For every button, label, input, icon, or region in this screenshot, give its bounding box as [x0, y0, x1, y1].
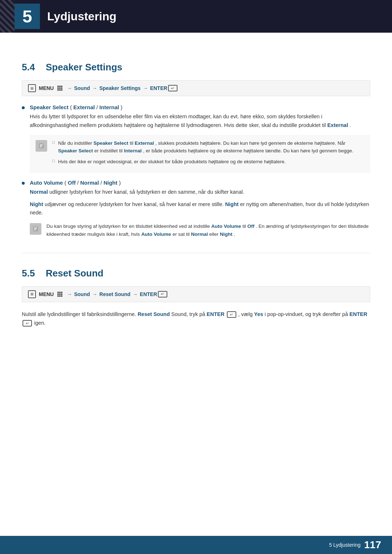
speaker-select-note: Når du indstiller Speaker Select til Ext…	[30, 135, 370, 173]
speaker-select-body: Hvis du lytter til lydsporet for en udse…	[30, 112, 370, 130]
bullet-auto-volume: Auto Volume ( Off / Normal / Night ) Nor…	[22, 180, 370, 238]
bullet-speaker-select: Speaker Select ( External / Internal ) H…	[22, 104, 370, 173]
note-text-before: Du kan bruge styring af lydstyrken for e…	[46, 223, 210, 229]
note-kw5: Night	[220, 231, 233, 237]
note-kw1: Auto Volume	[211, 223, 241, 229]
note-kw4: Normal	[191, 231, 208, 237]
enter-icon-2: ↵	[158, 291, 167, 297]
bullet-item-1: Speaker Select ( External / Internal )	[22, 104, 370, 110]
note-items-list: Når du indstiller Speaker Select til Ext…	[52, 139, 364, 169]
night-kw2: Night	[225, 201, 238, 207]
speaker-select-body-text: Hvis du lytter til lydsporet for en udse…	[30, 114, 326, 128]
menu-grid-icon-2	[57, 292, 62, 297]
auto-volume-note-content: Du kan bruge styring af lydstyrken for e…	[46, 222, 370, 238]
menu-enter-label-1: ENTER	[150, 85, 167, 91]
reset-sound-kw1: Reset Sound	[138, 311, 170, 317]
auto-volume-normal: Normal	[80, 180, 99, 186]
speaker-select-body-end: .	[350, 122, 351, 128]
enter-icon-4: ↵	[23, 320, 32, 327]
section-5-5-header: 5.5 Reset Sound	[22, 268, 370, 279]
enter-icon-1: ↵	[168, 85, 177, 91]
note-item-1-mid2: , slukkes produktets højttalere. Du kan …	[155, 140, 346, 146]
note-item-2: Hvis der ikke er noget videosignal, er d…	[52, 158, 364, 166]
auto-volume-close: )	[119, 180, 121, 186]
note-item-1-end: , er både produktets højttalere og de ek…	[143, 148, 353, 153]
menu-icon: ⊞	[28, 84, 36, 92]
bullet-dot-2	[22, 182, 25, 185]
auto-volume-off: Off	[68, 180, 76, 186]
chapter-number-box: 5	[15, 4, 40, 29]
speaker-select-external: External	[73, 104, 95, 110]
section-5-number: 5.5	[22, 268, 40, 279]
note-mid: til	[242, 223, 246, 229]
page-footer: 5 Lydjustering 117	[0, 536, 392, 554]
auto-volume-paren: (	[65, 180, 66, 186]
footer-page-number: 117	[364, 539, 381, 551]
reset-sound-kw2: ENTER	[207, 311, 224, 317]
reset-sound-kw4: ENTER	[350, 311, 367, 317]
speaker-select-paren-open: (	[70, 104, 72, 110]
note-or: eller	[209, 231, 219, 237]
normal-body-text: udligner lydstyrken for hver kanal, så l…	[49, 189, 244, 195]
speaker-select-close: )	[121, 104, 122, 110]
menu-arrow-4: →	[67, 291, 72, 297]
reset-sound-mid3: i pop-op-vinduet, og tryk derefter på	[265, 311, 348, 317]
reset-sound-before: Nulstil alle lydindstillinger til fabrik…	[22, 311, 136, 317]
bullet-item-2: Auto Volume ( Off / Normal / Night )	[22, 180, 370, 186]
note-item-1-kw4: Internal	[124, 148, 142, 153]
note-end-mid: er sat til	[172, 231, 189, 237]
auto-volume-slash2: /	[101, 180, 103, 186]
menu-sound-2: Sound	[74, 291, 90, 297]
section-5-title: Reset Sound	[46, 268, 103, 279]
chapter-number: 5	[23, 7, 32, 26]
reset-sound-mid: Sound, tryk på	[171, 311, 205, 317]
enter-icon-3: ↵	[227, 311, 236, 318]
bullet-label-1: Speaker Select ( External / Internal )	[30, 104, 122, 110]
menu-sound-1: Sound	[74, 85, 90, 91]
note-item-1-kw2: External	[135, 140, 154, 146]
section-divider	[22, 253, 370, 253]
note-icon-2	[30, 223, 41, 235]
auto-volume-label: Auto Volume	[30, 180, 63, 186]
auto-volume-normal-body: Normal udligner lydstyrken for hver kana…	[30, 188, 370, 197]
menu-arrow-6: →	[132, 291, 138, 297]
menu-arrow-1: →	[67, 85, 72, 91]
bullet-label-2: Auto Volume ( Off / Normal / Night )	[30, 180, 121, 186]
section-4-title: Speaker Settings	[46, 62, 122, 73]
section-5-4-header: 5.4 Speaker Settings	[22, 62, 370, 73]
normal-kw: Normal	[30, 189, 48, 195]
menu-path-5-5: ⊞ MENU → Sound → Reset Sound → ENTER ↵	[22, 286, 370, 302]
reset-sound-end: igen.	[34, 320, 45, 326]
reset-sound-body: Nulstil alle lydindstillinger til fabrik…	[22, 310, 370, 328]
section-4-number: 5.4	[22, 62, 40, 73]
menu-label-2: MENU	[39, 291, 54, 297]
menu-arrow-3: →	[143, 85, 148, 91]
night-body1: udjævner og reducerer lydstyrken for hve…	[45, 201, 224, 207]
page-header: 5 Lydjustering	[0, 0, 392, 33]
menu-arrow-2: →	[92, 85, 97, 91]
menu-grid-icon	[57, 86, 62, 91]
speaker-select-internal: Internal	[99, 104, 119, 110]
menu-enter-label-2: ENTER	[140, 291, 157, 297]
menu-label: MENU	[39, 85, 54, 91]
auto-volume-night: Night	[103, 180, 117, 186]
speaker-select-label: Speaker Select	[30, 104, 69, 110]
chapter-title: Lydjustering	[47, 10, 117, 23]
header-decorative-stripes	[0, 0, 15, 33]
note-item-1-before: Når du indstiller	[58, 140, 94, 146]
menu-item-1: Speaker Settings	[99, 85, 141, 91]
speaker-select-slash: /	[96, 104, 99, 110]
note-item-1-kw3: Speaker Select	[58, 148, 93, 153]
menu-arrow-5: →	[92, 291, 97, 297]
speaker-select-body-keyword: External	[327, 122, 348, 128]
note-period: .	[234, 231, 235, 237]
note-item-1: Når du indstiller Speaker Select til Ext…	[52, 139, 364, 155]
reset-sound-mid2: , vælg	[238, 311, 253, 317]
footer-label: 5 Lydjustering	[329, 542, 361, 548]
note-kw2: Off	[248, 223, 255, 229]
note-item-1-kw1: Speaker Select	[94, 140, 128, 146]
note-item-1-mid1: til	[130, 140, 135, 146]
note-item-1-mid3: er indstillet til	[94, 148, 124, 153]
auto-volume-night-body: Night udjævner og reducerer lydstyrken f…	[30, 200, 370, 218]
bullet-dot-1	[22, 106, 25, 109]
